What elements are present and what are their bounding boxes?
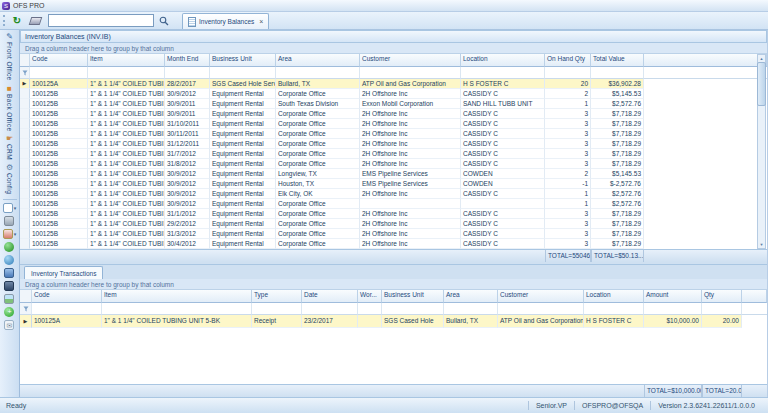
cell[interactable]: 31/1/2012 <box>165 209 210 219</box>
cell[interactable]: Corporate Office <box>276 159 360 169</box>
cell[interactable]: CASSIDY C <box>461 129 545 139</box>
column-header[interactable]: Customer <box>360 54 461 67</box>
cell[interactable]: CASSIDY C <box>461 239 545 249</box>
column-header[interactable]: Code <box>32 290 102 303</box>
filter-cell[interactable] <box>88 67 165 79</box>
cell[interactable]: EMS Pipeline Services <box>360 169 461 179</box>
image-button[interactable] <box>4 294 14 304</box>
cell[interactable]: Equipment Rental <box>210 159 276 169</box>
cell[interactable]: 1" & 1 1/4" COILED TUBING <box>88 79 165 89</box>
filter-cell[interactable] <box>358 303 382 315</box>
cell[interactable]: $7,718.29 <box>591 239 644 249</box>
filter-cell[interactable] <box>644 303 702 315</box>
cell[interactable]: 1" & 1 1/4" COILED TUBING U... <box>88 169 165 179</box>
cell[interactable]: 100125A <box>32 315 102 328</box>
filter-cell[interactable] <box>584 303 644 315</box>
cell[interactable]: 31/10/2011 <box>165 119 210 129</box>
cell[interactable]: Corporate Office <box>276 199 360 209</box>
table-row[interactable]: 100125B1" & 1 1/4" COILED TUBING U...31/… <box>20 149 767 159</box>
close-tab-icon[interactable]: × <box>259 18 263 25</box>
sidebar-item-front-office[interactable]: ✎ Front Office <box>6 32 13 81</box>
cell[interactable]: Exxon Mobil Corporation <box>360 99 461 109</box>
cell[interactable]: 1" & 1 1/4" COILED TUBING U... <box>88 199 165 209</box>
cell[interactable]: $2,572.76 <box>591 189 644 199</box>
cell[interactable]: CASSIDY C <box>461 139 545 149</box>
cell[interactable]: 100125B <box>30 159 88 169</box>
cell[interactable]: Equipment Rental <box>210 209 276 219</box>
cell[interactable]: 3 <box>545 159 591 169</box>
cell[interactable]: 1" & 1 1/4" COILED TUBING U... <box>88 229 165 239</box>
cell[interactable]: 1" & 1 1/4" COILED TUBING U... <box>88 179 165 189</box>
column-header[interactable]: Customer <box>498 290 584 303</box>
cell[interactable]: 1" & 1 1/4" COILED TUBING U... <box>88 89 165 99</box>
cell[interactable]: Equipment Rental <box>210 99 276 109</box>
filter-cell[interactable] <box>102 303 252 315</box>
filter-cell[interactable] <box>461 67 545 79</box>
cell[interactable]: $7,718.29 <box>591 229 644 239</box>
table-row[interactable]: 100125B1" & 1 1/4" COILED TUBING U...31/… <box>20 119 767 129</box>
cell[interactable]: CASSIDY C <box>461 229 545 239</box>
filter-cell[interactable] <box>210 67 276 79</box>
cell[interactable]: Equipment Rental <box>210 189 276 199</box>
cell[interactable]: 1" & 1 1/4" COILED TUBING U... <box>88 189 165 199</box>
cell[interactable]: $7,718.29 <box>591 219 644 229</box>
cell[interactable]: 1" & 1 1/4" COILED TUBING U... <box>88 99 165 109</box>
print-button[interactable] <box>4 216 14 226</box>
cell[interactable]: Equipment Rental <box>210 119 276 129</box>
cell[interactable]: $5,145.53 <box>591 169 644 179</box>
cell[interactable]: $2,572.76 <box>591 99 644 109</box>
filter-cell[interactable] <box>444 303 498 315</box>
cell[interactable]: Corporate Office <box>276 129 360 139</box>
filter-cell[interactable] <box>702 303 742 315</box>
cell[interactable]: H S FOSTER C <box>461 79 545 89</box>
cell[interactable]: 3 <box>545 129 591 139</box>
cell[interactable]: 100125A <box>30 79 88 89</box>
cell[interactable]: $5,145.53 <box>591 89 644 99</box>
filter-cell[interactable] <box>382 303 444 315</box>
column-header[interactable]: Business Unit <box>210 54 276 67</box>
table-row[interactable]: 100125B1" & 1 1/4" COILED TUBING U...30/… <box>20 129 767 139</box>
cell[interactable]: 2 <box>545 89 591 99</box>
cell[interactable]: SAND HILL TUBB UNIT <box>461 99 545 109</box>
filter-cell[interactable] <box>30 67 88 79</box>
cell[interactable]: Corporate Office <box>276 119 360 129</box>
globe-button[interactable] <box>4 255 14 265</box>
scrollbar-thumb[interactable] <box>757 62 766 106</box>
add-button[interactable]: + <box>4 307 14 317</box>
cell[interactable]: 1" & 1 1/4" COILED TUBING U... <box>88 139 165 149</box>
cell[interactable]: Corporate Office <box>276 229 360 239</box>
filter-cell[interactable] <box>276 67 360 79</box>
cell[interactable]: 3 <box>545 209 591 219</box>
cell[interactable]: 30/9/2011 <box>165 109 210 119</box>
cell[interactable]: ATP Oil and Gas Corporation <box>360 79 461 89</box>
table-row[interactable]: 100125B1" & 1 1/4" COILED TUBING U...30/… <box>20 179 767 189</box>
cell[interactable]: 1" & 1 1/4" COILED TUBING UNIT 5-BK <box>102 315 252 328</box>
column-header[interactable]: Qty <box>702 290 742 303</box>
cell[interactable]: $7,718.29 <box>591 139 644 149</box>
chevron-down-icon[interactable]: ▾ <box>14 205 17 211</box>
column-header[interactable]: Wor... <box>358 290 382 303</box>
sidebar-item-config[interactable]: ⚙ Config <box>6 163 13 194</box>
table-row[interactable]: 100125B1" & 1 1/4" COILED TUBING U...30/… <box>20 189 767 199</box>
column-header[interactable]: On Hand Qty <box>545 54 591 67</box>
cell[interactable]: Bullard, TX <box>444 315 498 328</box>
cell[interactable]: 100125B <box>30 179 88 189</box>
cell[interactable]: 30/9/2012 <box>165 89 210 99</box>
start-button[interactable] <box>4 242 14 252</box>
table-row[interactable]: 100125B1" & 1 1/4" COILED TUBING U...30/… <box>20 199 767 209</box>
new-item-button[interactable]: ▾ <box>3 203 17 213</box>
cell[interactable]: 100125B <box>30 89 88 99</box>
table-row[interactable]: 100125B1" & 1 1/4" COILED TUBING U...31/… <box>20 229 767 239</box>
toolbar-grip[interactable] <box>3 15 7 26</box>
cell[interactable]: SGS Cased Hole Services <box>210 79 276 89</box>
cell[interactable] <box>360 199 461 209</box>
cell[interactable]: CASSIDY C <box>461 159 545 169</box>
cell[interactable]: Equipment Rental <box>210 169 276 179</box>
cell[interactable]: Receipt <box>252 315 302 328</box>
cell[interactable]: 100125B <box>30 199 88 209</box>
cell[interactable]: Equipment Rental <box>210 129 276 139</box>
cell[interactable]: Equipment Rental <box>210 149 276 159</box>
cell[interactable]: 100125B <box>30 209 88 219</box>
table-row[interactable]: 100125B1" & 1 1/4" COILED TUBING U...31/… <box>20 159 767 169</box>
cell[interactable]: Corporate Office <box>276 209 360 219</box>
